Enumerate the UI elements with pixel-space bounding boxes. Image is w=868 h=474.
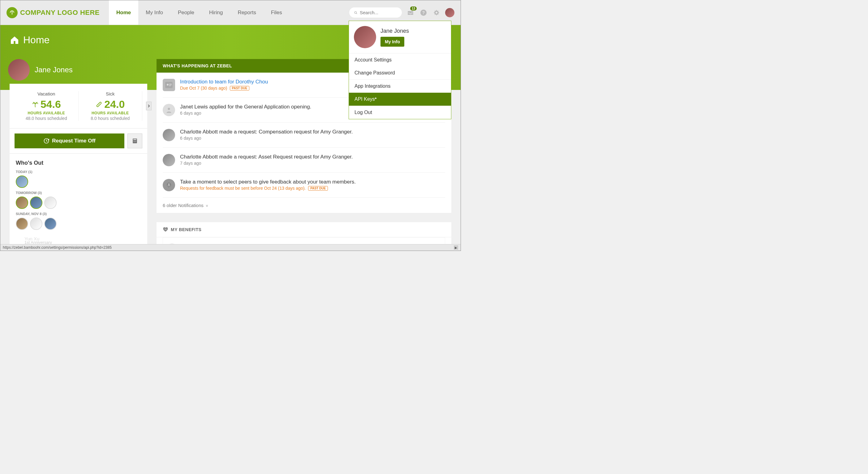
avatar[interactable]: [16, 217, 28, 230]
logo-text: COMPANY LOGO HERE: [20, 9, 100, 17]
logo-icon: [6, 7, 18, 18]
person-icon: [163, 104, 175, 116]
svg-rect-26: [169, 86, 171, 86]
feed-item: Charlotte Abbott made a request: Compens…: [163, 123, 445, 148]
feed-content: Charlotte Abbott made a request: Compens…: [180, 129, 445, 141]
svg-point-10: [99, 104, 100, 105]
scroll-right-button[interactable]: ▶: [454, 245, 458, 250]
svg-point-16: [134, 141, 134, 141]
gear-icon: [433, 9, 440, 16]
user-avatar[interactable]: [8, 59, 30, 81]
svg-rect-24: [169, 84, 172, 84]
avatar[interactable]: [30, 197, 42, 209]
sick-balance[interactable]: Sick 24.0 HOURS AVAILABLE 8.0 hours sche…: [79, 91, 143, 121]
svg-point-20: [134, 141, 135, 142]
feed-item-meta: Requests for feedback must be sent befor…: [180, 186, 445, 191]
leave-balance-section: Vacation 54.6 HOURS AVAILABLE 48.0 hours…: [9, 84, 147, 129]
help-icon: ?: [420, 9, 427, 16]
nav-home[interactable]: Home: [109, 0, 138, 25]
older-notifications-button[interactable]: 6 older Notifications: [163, 198, 445, 213]
chevron-down-icon: [206, 204, 209, 207]
user-name: Jane Jones: [35, 66, 73, 74]
main-nav: Home My Info People Hiring Reports Files: [109, 0, 289, 25]
dropdown-user-name: Jane Jones: [380, 28, 409, 34]
vacation-value: 54.6: [14, 98, 78, 110]
feed-item-link[interactable]: Introduction to team for Dorothy Chou: [180, 79, 268, 84]
dropdown-log-out[interactable]: Log Out: [349, 106, 451, 119]
feed-content: Take a moment to select peers to give fe…: [180, 179, 445, 191]
user-avatar-button[interactable]: [445, 8, 455, 17]
company-logo[interactable]: COMPANY LOGO HERE: [6, 7, 100, 18]
avatar[interactable]: [30, 217, 42, 230]
my-info-button[interactable]: My Info: [380, 37, 404, 47]
svg-point-0: [354, 11, 356, 13]
request-time-off-button[interactable]: Request Time Off: [14, 134, 124, 148]
leave-next-button[interactable]: [146, 102, 152, 110]
vacation-label: Vacation: [14, 91, 78, 96]
settings-button[interactable]: [432, 8, 441, 17]
whos-out-tomorrow-avatars: [16, 197, 141, 209]
inbox-badge: 13: [410, 6, 417, 10]
whos-out-sunday-label: SUNDAY, NOV 8 (3): [16, 212, 141, 216]
feed-item-note: Requests for feedback must be sent befor…: [180, 186, 306, 191]
svg-point-23: [167, 84, 168, 86]
svg-rect-15: [133, 139, 136, 140]
benefits-header: MY BENEFITS: [157, 222, 451, 237]
avatar[interactable]: [16, 175, 28, 188]
dropdown-api-keys[interactable]: API Keys✦: [349, 93, 451, 106]
svg-point-19: [134, 141, 134, 142]
search-box[interactable]: [349, 7, 402, 18]
whos-out-today-avatars: [16, 175, 141, 188]
feed-item-title: Charlotte Abbott made a request: Compens…: [180, 129, 445, 135]
request-time-off-row: Request Time Off: [9, 129, 147, 154]
user-dropdown-menu: Jane Jones My Info Account Settings Chan…: [349, 21, 451, 119]
svg-rect-8: [96, 102, 102, 107]
svg-point-12: [98, 104, 99, 105]
nav-files[interactable]: Files: [264, 0, 289, 25]
svg-point-9: [98, 103, 99, 104]
avatar[interactable]: [16, 197, 28, 209]
search-input[interactable]: [360, 10, 397, 15]
dropdown-account-settings[interactable]: Account Settings: [349, 54, 451, 66]
chevron-right-icon: [148, 104, 150, 108]
nav-my-info[interactable]: My Info: [138, 0, 170, 25]
svg-point-18: [135, 141, 136, 141]
sidebar: Jane Jones Vacation 54.6 HOURS AVAILABLE…: [9, 59, 147, 251]
past-due-badge: PAST DUE: [230, 86, 250, 91]
dropdown-app-integrations[interactable]: App Integrations: [349, 80, 451, 93]
clock-icon: [43, 138, 50, 144]
sick-label: Sick: [79, 91, 142, 96]
dropdown-header: Jane Jones My Info: [349, 21, 451, 54]
whos-out-tomorrow-label: TOMORROW (3): [16, 191, 141, 195]
chat-icon: [163, 179, 175, 191]
whos-out-today-label: TODAY (1): [16, 170, 141, 174]
help-button[interactable]: ?: [419, 8, 428, 17]
sidebar-card: Vacation 54.6 HOURS AVAILABLE 48.0 hours…: [9, 84, 147, 251]
svg-point-21: [135, 141, 136, 142]
topbar-right: 13 ?: [349, 7, 455, 18]
dropdown-change-password[interactable]: Change Password: [349, 66, 451, 79]
home-icon: [9, 35, 20, 45]
bandage-icon: [96, 101, 102, 108]
svg-point-11: [99, 103, 100, 104]
feed-content: Charlotte Abbott made a request: Asset R…: [180, 154, 445, 166]
avatar[interactable]: [163, 129, 175, 141]
vacation-balance[interactable]: Vacation 54.6 HOURS AVAILABLE 48.0 hours…: [14, 91, 79, 121]
inbox-button[interactable]: 13: [406, 8, 415, 17]
vacation-scheduled: 48.0 hours scheduled: [14, 116, 78, 121]
feed-item-title: Charlotte Abbott made a request: Asset R…: [180, 154, 445, 160]
past-due-badge: PAST DUE: [308, 186, 328, 191]
vacation-caption: HOURS AVAILABLE: [14, 111, 78, 115]
calculator-button[interactable]: [127, 134, 142, 148]
avatar[interactable]: [163, 154, 175, 166]
nav-people[interactable]: People: [170, 0, 202, 25]
heart-icon: [163, 227, 168, 232]
avatar[interactable]: [44, 197, 57, 209]
status-url: https://zebel.bamboohr.com/settings/perm…: [3, 245, 112, 250]
svg-point-17: [134, 141, 135, 141]
calculator-icon: [132, 138, 138, 144]
avatar[interactable]: [44, 217, 57, 230]
nav-hiring[interactable]: Hiring: [202, 0, 230, 25]
feed-item: Charlotte Abbott made a request: Asset R…: [163, 148, 445, 173]
nav-reports[interactable]: Reports: [230, 0, 264, 25]
